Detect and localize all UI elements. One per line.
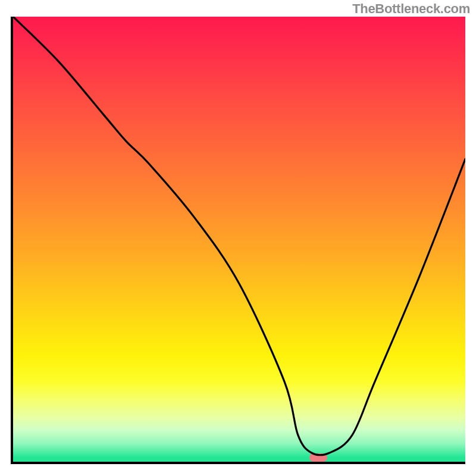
watermark-text: TheBottleneck.com (352, 1, 470, 17)
plot-area (13, 17, 465, 462)
chart-container: TheBottleneck.com (0, 0, 476, 476)
bottleneck-curve (13, 17, 465, 462)
curve-path (13, 17, 465, 455)
